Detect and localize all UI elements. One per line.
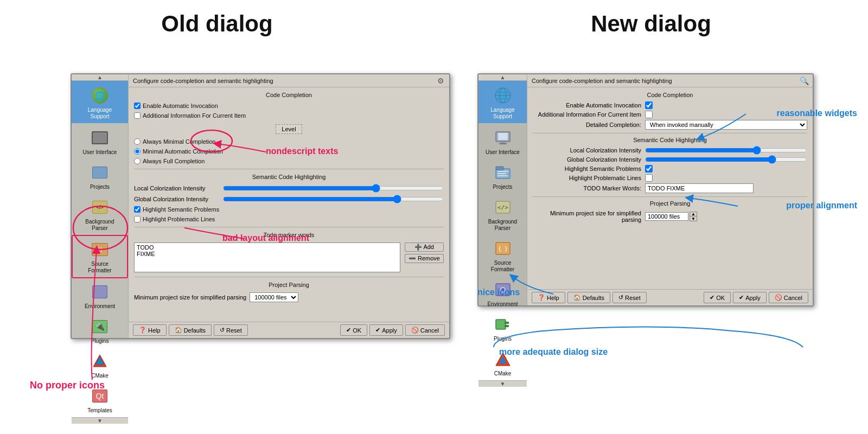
scroll-up[interactable]: ▲ (72, 74, 128, 81)
new-todo-input[interactable] (645, 183, 754, 193)
formatter-icon: { } (92, 243, 108, 256)
ok-label-old: OK (353, 327, 361, 334)
templates-icon: Qt (92, 390, 107, 403)
always-minimal-row: Always Minimal Completion (134, 138, 444, 145)
additional-info-checkbox[interactable] (134, 112, 141, 119)
new-enable-auto-checkbox[interactable] (645, 101, 653, 109)
reset-label-new: Reset (625, 295, 641, 301)
source-formatter-label: SourceFormatter (88, 261, 111, 274)
sidebar-item-source-formatter[interactable]: { } SourceFormatter (72, 235, 128, 278)
local-intensity-label: Local Colorization Intensity (134, 185, 221, 192)
new-highlight-semantic-checkbox[interactable] (645, 165, 653, 173)
svg-rect-12 (499, 143, 507, 144)
new-min-project-input[interactable] (645, 212, 688, 221)
ok-button-new[interactable]: ✔ OK (704, 292, 731, 303)
apply-button-new[interactable]: ✔ Apply (733, 292, 767, 303)
defaults-button-new[interactable]: 🏠 Defaults (567, 292, 610, 303)
highlight-problematic-checkbox[interactable] (134, 216, 141, 222)
sidebar-item-environment[interactable]: Environment (72, 278, 128, 313)
highlight-semantic-label: Highlight Semantic Problems (143, 206, 219, 213)
new-local-label: Local Colorization Intensity (533, 147, 641, 154)
svg-text:</>: </> (497, 204, 508, 211)
new-spinner-controls: ▲ ▼ (690, 212, 697, 221)
new-code-completion-header: Code Completion (533, 92, 807, 98)
old-dialog: ▲ 🌐 LanguageSupport User Interface (71, 73, 450, 339)
minimal-auto-radio[interactable] (134, 148, 141, 155)
new-additional-info-checkbox[interactable] (645, 111, 653, 118)
project-parsing-header: Project Parsing (134, 282, 444, 288)
new-user-interface-icon (493, 127, 513, 148)
ok-icon-new: ✔ (710, 294, 714, 301)
new-dialog: ▲ LanguageSupport (477, 73, 814, 307)
enable-auto-label: Enable Automatic Invocation (143, 103, 218, 109)
user-interface-label: User Interface (83, 149, 117, 156)
always-minimal-radio[interactable] (134, 138, 141, 145)
defaults-icon-new: 🏠 (573, 294, 581, 301)
highlight-problematic-row: Highlight Problematic Lines (134, 216, 444, 222)
new-sidebar-language-support[interactable]: LanguageSupport (478, 81, 527, 123)
spinner-down[interactable]: ▼ (690, 216, 697, 221)
projects-nice-svg (495, 165, 511, 180)
help-button-new[interactable]: ❓ Help (532, 292, 565, 303)
new-dialog-scroll[interactable]: Code Completion Enable Automatic Invocat… (527, 87, 813, 289)
new-scroll-up[interactable]: ▲ (478, 74, 527, 81)
new-help-icon-titlebar[interactable]: 🔍 (800, 76, 808, 85)
local-intensity-slider[interactable] (223, 184, 444, 192)
new-sidebar-source-formatter[interactable]: { } SourceFormatter (478, 235, 527, 276)
old-dialog-scroll[interactable]: Code Completion Enable Automatic Invocat… (129, 87, 449, 322)
ok-button-old[interactable]: ✔ OK (340, 324, 367, 336)
new-highlight-problematic-checkbox[interactable] (645, 174, 653, 182)
help-button-old[interactable]: ❓ Help (133, 324, 167, 336)
new-detailed-select[interactable]: When invoked manually Always Never (645, 120, 807, 130)
apply-label-new: Apply (745, 295, 761, 301)
new-projects-label: Projects (493, 184, 512, 190)
new-code-completion-grid: Enable Automatic Invocation Additional I… (533, 101, 807, 130)
new-sidebar-user-interface[interactable]: User Interface (478, 124, 527, 159)
defaults-icon-old: 🏠 (175, 327, 182, 334)
reset-button-old[interactable]: ↺ Reset (214, 324, 248, 336)
new-project-grid: Minimum project size for simplified pars… (533, 210, 807, 223)
new-local-slider[interactable] (645, 146, 807, 154)
old-dialog-buttons: ❓ Help 🏠 Defaults ↺ Reset (129, 322, 449, 338)
always-full-radio[interactable] (134, 158, 141, 164)
new-additional-info-label: Additional Information For Current Item (533, 111, 641, 118)
cancel-label-new: Cancel (784, 295, 802, 301)
sidebar-item-cmake[interactable]: CMake (72, 348, 128, 382)
global-intensity-label: Global Colorization Intensity (134, 196, 221, 202)
sidebar-item-language-support[interactable]: 🌐 LanguageSupport (72, 81, 128, 123)
svg-rect-14 (496, 167, 503, 170)
enable-auto-checkbox[interactable] (134, 103, 141, 109)
adequate-size-annotation: more adequate dialog size (499, 347, 608, 357)
new-plugins-label: Plugins (494, 336, 512, 342)
sidebar-item-projects[interactable]: Projects (72, 159, 128, 194)
new-projects-icon (493, 162, 513, 183)
language-support-label: LanguageSupport (88, 107, 112, 120)
todo-area-row: TODO FIXME ➕ Add ➖ Remove (134, 242, 444, 272)
semantic-header: Semantic Code Highlighting (134, 174, 444, 180)
defaults-button-old[interactable]: 🏠 Defaults (169, 324, 212, 336)
cancel-icon-old: 🚫 (411, 327, 419, 334)
sidebar-item-plugins[interactable]: 🔌 Plugins (72, 313, 128, 348)
apply-label-old: Apply (382, 327, 397, 334)
sidebar-item-background-parser[interactable]: </> BackgroundParser (72, 194, 128, 235)
sidebar-item-user-interface[interactable]: User Interface (72, 124, 128, 159)
highlight-semantic-checkbox[interactable] (134, 206, 141, 213)
new-sidebar-plugins[interactable]: Plugins (478, 311, 527, 346)
new-plugins-icon (493, 314, 513, 335)
cancel-button-new[interactable]: 🚫 Cancel (769, 292, 808, 303)
new-sidebar-projects[interactable]: Projects (478, 159, 527, 194)
reset-button-new[interactable]: ↺ Reset (612, 292, 647, 303)
new-dialog-buttons: ❓ Help 🏠 Defaults ↺ Reset (527, 289, 813, 305)
svg-rect-26 (505, 322, 509, 324)
apply-button-old[interactable]: ✔ Apply (369, 324, 403, 336)
nice-globe-svg (494, 87, 512, 104)
new-min-project-input-group: ▲ ▼ (645, 212, 807, 221)
new-global-slider[interactable] (645, 156, 807, 163)
min-project-select[interactable]: 100000 files 50000 files 200000 files (250, 292, 298, 302)
new-sidebar-background-parser[interactable]: </> BackgroundParser (478, 194, 527, 235)
scroll-down[interactable]: ▼ (72, 417, 128, 424)
global-intensity-slider[interactable] (223, 195, 444, 203)
new-scroll-down[interactable]: ▼ (478, 380, 527, 387)
env-icon (92, 285, 107, 298)
cmake-icon-old (90, 351, 110, 372)
